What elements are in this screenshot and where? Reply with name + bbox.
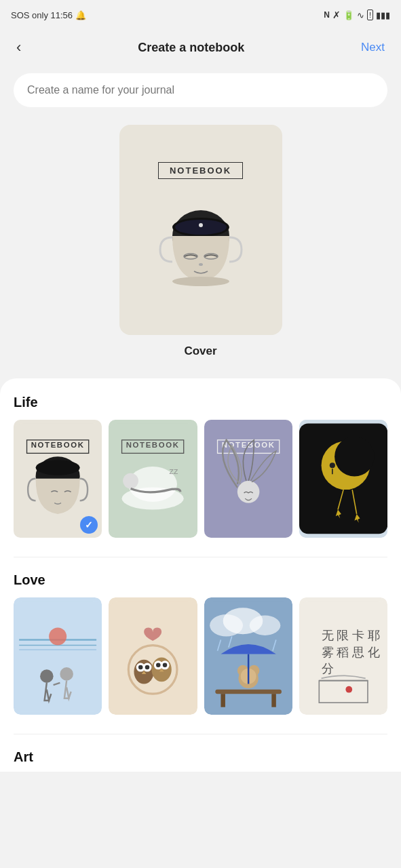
love-art-divider — [14, 734, 387, 734]
svg-text:zz: zz — [170, 466, 179, 476]
battery-low-icon: ! — [367, 9, 373, 20]
svg-point-57 — [249, 615, 280, 635]
svg-text:雾: 雾 — [321, 645, 333, 658]
svg-rect-61 — [215, 689, 282, 694]
category-art: Art — [14, 749, 387, 765]
svg-point-7 — [172, 277, 229, 286]
category-life-title: Life — [14, 395, 387, 410]
vibrate-icon: 🔋 — [343, 10, 354, 20]
life-cover-3[interactable]: NOTEBOOK — [204, 420, 292, 538]
bluetooth-icon: ✗ — [332, 9, 341, 20]
svg-point-46 — [145, 665, 150, 670]
svg-text:卡: 卡 — [352, 629, 364, 642]
cover-notebook-label: NOTEBOOK — [158, 162, 243, 179]
category-art-title: Art — [14, 749, 387, 765]
life-cover-4[interactable] — [299, 420, 387, 538]
love-cover-1[interactable] — [14, 597, 102, 715]
journal-name-input[interactable] — [14, 73, 387, 107]
status-left-text: SOS only 11:56 🔔 — [11, 10, 86, 20]
life-cover-2[interactable]: NOTEBOOK zz — [109, 420, 197, 538]
category-life: Life NOTEBOOK — [14, 395, 387, 538]
svg-text:思: 思 — [351, 645, 364, 658]
svg-rect-62 — [221, 694, 225, 707]
next-button[interactable]: Next — [356, 35, 390, 60]
back-button[interactable]: ‹ — [11, 33, 26, 62]
love-cover-3[interactable] — [204, 597, 292, 715]
svg-point-18 — [123, 473, 138, 489]
love-cover-4[interactable]: 无 限 卡 耶 雾 稻 思 化 分 — [299, 597, 387, 715]
cover-preview-section: NOTEBOOK Cov — [0, 118, 401, 378]
svg-point-51 — [156, 663, 161, 667]
svg-point-36 — [49, 627, 66, 645]
cover-illustration — [153, 190, 248, 298]
wifi-icon: ∿ — [357, 10, 364, 20]
life-cover-1[interactable]: NOTEBOOK ✓ — [14, 420, 102, 538]
svg-point-3 — [199, 223, 203, 227]
svg-text:NOTEBOOK: NOTEBOOK — [126, 441, 180, 449]
svg-text:分: 分 — [321, 662, 333, 675]
svg-point-17 — [122, 488, 184, 510]
svg-point-6 — [199, 263, 203, 266]
svg-point-38 — [60, 667, 73, 681]
love-cover-2[interactable] — [109, 597, 197, 715]
love-covers-grid: 无 限 卡 耶 雾 稻 思 化 分 — [14, 597, 387, 715]
bottom-sheet: Life NOTEBOOK — [0, 378, 401, 772]
svg-text:化: 化 — [368, 645, 380, 658]
status-bar: SOS only 11:56 🔔 N ✗ 🔋 ∿ ! ▮▮▮ — [0, 0, 401, 30]
svg-point-45 — [138, 665, 143, 670]
svg-rect-63 — [271, 694, 276, 707]
category-love-title: Love — [14, 572, 387, 588]
page-title: Create a notebook — [138, 41, 244, 55]
nfc-icon: N — [324, 10, 330, 20]
svg-point-37 — [40, 669, 54, 683]
selected-check: ✓ — [80, 516, 98, 534]
svg-text:无: 无 — [321, 629, 333, 642]
status-right-icons: N ✗ 🔋 ∿ ! ▮▮▮ — [324, 9, 390, 20]
cover-card: NOTEBOOK — [119, 125, 282, 335]
svg-text:稻: 稻 — [337, 645, 349, 658]
svg-point-31 — [330, 462, 335, 468]
svg-point-26 — [335, 437, 375, 477]
category-love: Love — [14, 572, 387, 715]
svg-rect-32 — [14, 601, 102, 711]
input-section — [0, 65, 401, 118]
svg-text:限: 限 — [337, 629, 349, 642]
svg-point-81 — [345, 686, 352, 692]
life-covers-grid: NOTEBOOK ✓ — [14, 420, 387, 538]
svg-point-12 — [36, 460, 80, 475]
svg-text:耶: 耶 — [368, 629, 380, 642]
svg-text:NOTEBOOK: NOTEBOOK — [31, 441, 85, 449]
cover-label: Cover — [184, 344, 216, 358]
svg-point-52 — [163, 663, 168, 667]
nav-bar: ‹ Create a notebook Next — [0, 30, 401, 65]
life-love-divider — [14, 557, 387, 557]
battery-icon: ▮▮▮ — [376, 10, 390, 20]
